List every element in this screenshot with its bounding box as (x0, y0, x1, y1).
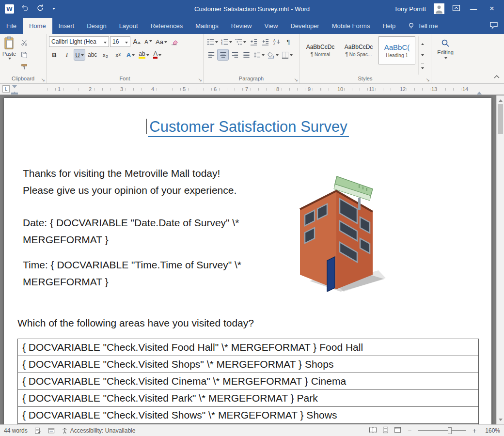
multilevel-list-button[interactable] (234, 36, 247, 47)
style-normal[interactable]: AaBbCcDc ¶ Normal (302, 36, 339, 64)
tab-layout[interactable]: Layout (113, 18, 144, 34)
tell-me-box[interactable]: Tell me (402, 18, 443, 34)
font-name-combo[interactable]: Calibri Light (Hea (49, 36, 109, 47)
minimize-button[interactable]: — (468, 3, 479, 14)
clear-formatting-button[interactable] (169, 36, 180, 47)
table-row[interactable]: { DOCVARIABLE "Check.Visited Cinema" \* … (18, 373, 478, 390)
tab-design[interactable]: Design (80, 18, 112, 34)
tab-selector[interactable]: L (2, 85, 10, 93)
styles-scroll-up-button[interactable] (421, 38, 424, 47)
justify-button[interactable] (241, 49, 252, 60)
font-dialog-launcher[interactable]: ↘ (198, 78, 202, 82)
align-center-button[interactable] (218, 49, 228, 60)
borders-button[interactable] (281, 49, 294, 60)
document-heading[interactable]: Customer Satisfaction Survey (4, 118, 491, 136)
align-right-button[interactable] (229, 49, 240, 60)
horizontal-ruler[interactable]: L 1 2 3 4 5 6 7 8 9 10 11 12 13 14 (0, 84, 504, 95)
table-row[interactable]: { DOCVARIABLE "Check.Visited Food Hall" … (18, 339, 478, 356)
font-color-button[interactable]: A (152, 49, 163, 60)
intro-paragraph[interactable]: Thanks for visiting the Metroville Mall … (23, 165, 236, 199)
ribbon-display-options-button[interactable] (452, 4, 460, 14)
comments-button[interactable] (489, 21, 498, 31)
strikethrough-button[interactable]: abc (87, 49, 98, 60)
right-indent-marker[interactable] (477, 89, 482, 94)
macro-status-button[interactable] (48, 427, 55, 434)
question-paragraph[interactable]: Which of the following areas have you vi… (17, 314, 254, 331)
table-row[interactable]: { DOCVARIABLE "Check.Visited Shops" \* M… (18, 356, 478, 373)
tab-review[interactable]: Review (225, 18, 258, 34)
tab-view[interactable]: View (258, 18, 284, 34)
tab-references[interactable]: References (144, 18, 189, 34)
word-app-icon[interactable]: W (5, 4, 14, 14)
sort-button[interactable]: AZ (271, 36, 282, 47)
account-user-name[interactable]: Tony Porritt (394, 5, 426, 13)
increase-indent-button[interactable] (260, 36, 270, 47)
tab-mailings[interactable]: Mailings (189, 18, 225, 34)
grow-font-button[interactable]: A (131, 36, 142, 47)
underline-button[interactable]: U (74, 49, 85, 60)
zoom-level[interactable]: 160% (483, 427, 500, 434)
zoom-in-button[interactable]: + (471, 427, 478, 435)
italic-button[interactable]: I (62, 49, 72, 60)
avatar[interactable] (434, 3, 444, 14)
styles-dialog-launcher[interactable]: ↘ (426, 78, 430, 82)
scrollbar-thumb[interactable] (498, 104, 503, 134)
accessibility-status-button[interactable]: Accessibility: Unavailable (62, 427, 136, 434)
numbered-list-button[interactable]: 123 (220, 36, 233, 47)
table-row[interactable]: { DOCVARIABLE "Check.Visited Park" \* ME… (18, 390, 478, 407)
mall-building-clipart[interactable] (286, 171, 389, 292)
tab-help[interactable]: Help (376, 18, 402, 34)
decrease-indent-button[interactable] (248, 36, 259, 47)
align-left-button[interactable] (206, 49, 217, 60)
left-indent-marker[interactable] (11, 93, 18, 94)
read-mode-button[interactable] (369, 426, 377, 435)
paste-button[interactable]: Paste (2, 36, 16, 75)
table-row[interactable]: { DOCVARIABLE "Check.Visited Shows" \* M… (18, 407, 478, 424)
vertical-scrollbar[interactable] (496, 95, 504, 424)
web-layout-button[interactable] (394, 426, 401, 435)
scroll-down-button[interactable] (497, 417, 504, 424)
shrink-font-button[interactable]: A (143, 36, 154, 47)
bullet-list-button[interactable] (206, 36, 219, 47)
superscript-button[interactable]: x² (112, 49, 123, 60)
line-spacing-button[interactable] (252, 49, 266, 60)
date-field-paragraph[interactable]: Date: { DOCVARIABLE "Date.Date of Survey… (23, 214, 274, 248)
proofing-status-button[interactable] (34, 427, 41, 434)
format-painter-button[interactable] (19, 62, 30, 72)
document-page[interactable]: Customer Satisfaction Survey Thanks for … (4, 98, 491, 424)
paragraph-dialog-launcher[interactable]: ↘ (294, 78, 298, 82)
font-size-combo[interactable]: 16 (110, 36, 130, 47)
time-field-paragraph[interactable]: Time: { DOCVARIABLE "Time.Time of Survey… (23, 256, 274, 290)
zoom-slider-thumb[interactable] (448, 427, 452, 434)
qat-customize-button[interactable] (51, 4, 55, 13)
highlight-color-button[interactable]: ab (138, 49, 150, 60)
tab-home[interactable]: Home (23, 18, 52, 34)
text-effects-button[interactable]: A (125, 49, 136, 60)
style-no-spacing[interactable]: AaBbCcDc ¶ No Spac... (340, 36, 377, 64)
show-paragraph-marks-button[interactable]: ¶ (283, 36, 294, 47)
collapse-ribbon-button[interactable] (493, 73, 500, 81)
bold-button[interactable]: B (49, 49, 60, 60)
print-layout-button[interactable] (382, 426, 389, 435)
style-heading-1[interactable]: AaBbC( Heading 1 (378, 36, 415, 64)
redo-button[interactable] (36, 4, 44, 14)
tab-insert[interactable]: Insert (52, 18, 81, 34)
change-case-button[interactable]: Aa (155, 36, 168, 47)
scroll-up-button[interactable] (497, 95, 504, 103)
cut-button[interactable] (19, 37, 30, 48)
clipboard-dialog-launcher[interactable]: ↘ (41, 78, 45, 82)
tab-mobile-forms[interactable]: Mobile Forms (326, 18, 377, 34)
editing-menu-button[interactable]: Editing (431, 34, 459, 83)
zoom-slider[interactable] (418, 430, 466, 431)
undo-button[interactable] (21, 4, 29, 14)
styles-scroll-down-button[interactable] (421, 51, 424, 60)
close-button[interactable]: × (487, 3, 497, 14)
copy-button[interactable] (19, 49, 30, 60)
word-count[interactable]: 44 words (4, 427, 28, 434)
zoom-out-button[interactable]: − (406, 427, 413, 435)
styles-gallery-more-button[interactable] (421, 63, 424, 73)
shading-button[interactable] (267, 49, 280, 60)
tab-file[interactable]: File (0, 18, 23, 34)
subscript-button[interactable]: x₂ (100, 49, 110, 60)
tab-developer[interactable]: Developer (284, 18, 325, 34)
